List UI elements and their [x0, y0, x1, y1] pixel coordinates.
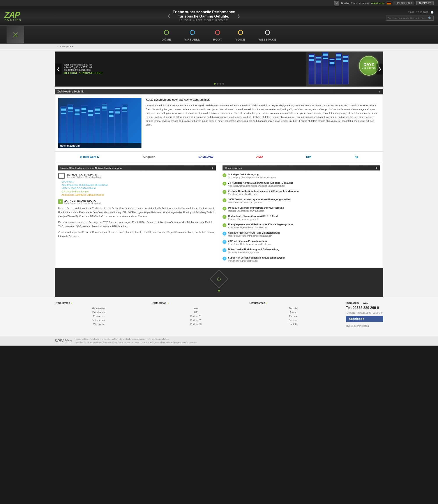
footer-phone: Tel. 02582 389 269 0: [346, 306, 383, 310]
search-input[interactable]: [388, 17, 427, 20]
footer-hours: (Montags - Freitags 12:00 - 20:00 Uhr): [346, 312, 383, 314]
featuresmap-toggle[interactable]: Featuresmap ▾: [249, 302, 337, 305]
breadcrumb-current: Hauptseite: [62, 45, 74, 48]
footer-intel[interactable]: Intel: [152, 306, 240, 310]
brand-logos: ◎ Intel Core i7 Kingston SAMSUNG AMD IBM…: [55, 152, 383, 162]
standards-header: Unsere Standardsysteme und Netzwerkverbi…: [58, 166, 216, 170]
footer-beamer[interactable]: Beamer: [249, 318, 337, 322]
spec-ram[interactable]: Arbeitsspeicher 16 GB Marken DDR3 RAM: [62, 184, 216, 186]
rack-4: [329, 58, 335, 84]
dot-1[interactable]: [214, 83, 216, 85]
footer-produktmap: Produktmap ▾ Gameserver Virtualserver Ro…: [55, 302, 143, 327]
footer-partner03[interactable]: Partner 03: [152, 322, 240, 326]
wissens-text-2: Zentrale Brandbekämpfungsanlage mit Feue…: [228, 190, 299, 196]
dot-2[interactable]: [217, 83, 219, 85]
slider-next-button[interactable]: ❯: [376, 64, 383, 75]
wissens-item-2: ✓ Zentrale Brandbekämpfungsanlage mit Fe…: [222, 190, 380, 196]
check-icon-8: ✓: [222, 240, 226, 244]
nav-games-label: Göme: [162, 38, 171, 41]
wissenswertes-header: Wissenswertes ▶: [222, 166, 380, 170]
footer-rootserver[interactable]: Rootserver: [55, 314, 143, 318]
agb-link[interactable]: AGB: [363, 302, 368, 304]
two-col-section: Unsere Standardsysteme und Netzwerkverbi…: [55, 162, 383, 268]
spec-cpu[interactable]: CPU Intel i7: [62, 180, 216, 183]
footer-gameserver[interactable]: Gameserver: [55, 306, 143, 310]
wissens-desc-6: Alle Klimaanlagen arbeiten Ausfallsicher: [228, 226, 294, 229]
wissens-text-3: 100% Ökostrom aus regenerativen Erzeugun…: [228, 198, 291, 204]
facebook-button[interactable]: facebook: [346, 316, 383, 322]
standards-arrow-icon: ▶: [212, 167, 214, 169]
spec-os[interactable]: OS Linux Debian (Lenny): [62, 190, 216, 193]
partnermap-toggle[interactable]: Partnermap ▾: [152, 302, 240, 305]
search-box: 🔍: [386, 16, 434, 21]
nav-voice-label: Voice: [235, 38, 245, 41]
settings-button[interactable]: ⚙: [334, 1, 339, 5]
big-rack-4: [81, 105, 87, 146]
spec-hdd[interactable]: HDD 2x 1000 GB SATA II Raid0: [62, 187, 216, 190]
new-user-text: Neu hier ? Jetzt kostenlos: [341, 2, 369, 4]
check-icon-9: ✓: [222, 248, 226, 252]
footer-virtualserver[interactable]: Virtualserver: [55, 310, 143, 314]
wissens-title-0: Ständiger Gebäudezugang: [228, 173, 277, 176]
footer-webspace[interactable]: Webspace: [55, 322, 143, 326]
wissenswertes-title: Wissenswertes: [225, 167, 242, 169]
wissens-text-7: Computergesteuerte Ab- und Zuluftsteueru…: [228, 231, 281, 237]
slider-left-arrow[interactable]: ❮: [167, 14, 170, 18]
nav-webspace-label: Webspace: [258, 38, 276, 41]
footer-forum[interactable]: Forum: [249, 310, 337, 314]
wissens-title-1: 24/7 Digitale Kamera außerwachung (Einga…: [228, 181, 293, 184]
search-icon[interactable]: 🔍: [428, 16, 432, 20]
home-icon: ⌂: [57, 45, 58, 48]
footer-partner02[interactable]: Partner 02: [152, 318, 240, 322]
support-button[interactable]: SUPPORT: [416, 1, 434, 5]
footer-partnermap: Partnermap ▾ Intel HP Partner 01 Partner…: [152, 302, 240, 327]
voice-cube-icon: ⬡: [236, 28, 245, 37]
nav-item-voice[interactable]: ⬡ Voice: [229, 26, 252, 43]
produktmap-toggle[interactable]: Produktmap ▾: [55, 302, 143, 305]
scroll-top-icon[interactable]: ▲: [217, 288, 221, 292]
header-right: 13:01 20.10.2012 🕐 🔍: [386, 11, 434, 21]
big-rack-5: [88, 109, 94, 146]
footer-hp[interactable]: HP: [152, 310, 240, 314]
dot-3[interactable]: [220, 83, 221, 85]
badge-title: DAYZ: [363, 62, 374, 67]
dot-4[interactable]: [222, 83, 224, 85]
login-button[interactable]: EINLOGGEN ▾: [394, 1, 414, 5]
anbindung-info: ZAP HOSTING ANBINDUNG Mehr Power durch H…: [64, 199, 101, 204]
standard-info: ZAP HOSTING STANDARD Ausschließlich nur …: [66, 173, 101, 178]
logo-area: ZAP HOSTING: [4, 10, 22, 21]
footer-partner-link[interactable]: Partner: [249, 314, 337, 318]
badge-sub: MOD SERVER: [362, 67, 376, 69]
big-rack-6: [94, 106, 100, 146]
footer-voiceserver[interactable]: Voiceserver: [55, 318, 143, 322]
wissens-desc-10: Persönliche Kundenbetreuung: [228, 259, 285, 263]
nav-item-virtual[interactable]: ⬡ Virtuell: [178, 26, 207, 43]
wissenswertes-list: ✓ Ständiger Gebäudezugang 24/7 Zugang üb…: [222, 173, 380, 263]
wissens-title-4: Modulare Unterbrechungsfreie Stromversor…: [228, 206, 284, 209]
time-display: 13:01: [408, 11, 414, 14]
flag-icon: [386, 1, 391, 5]
wissens-desc-4: Mehrere unabhängige USV Einheiten: [228, 210, 284, 213]
footer-contact: Impressum AGB Tel. 02582 389 269 0 (Mont…: [346, 302, 383, 327]
impressum-link[interactable]: Impressum: [346, 302, 359, 304]
nav-item-root[interactable]: ⬡ Root: [207, 26, 229, 43]
nav-item-webspace[interactable]: ⬡ Webspace: [252, 26, 283, 43]
standard-title: ZAP HOSTING STANDARD: [66, 173, 101, 176]
webspace-cube-icon: ⬡: [263, 28, 272, 37]
slider-prev-button[interactable]: ❮: [55, 64, 62, 75]
footer-partner01[interactable]: Partner 01: [152, 314, 240, 318]
slider-right-arrow[interactable]: ❯: [237, 14, 240, 18]
nav-item-games[interactable]: ⬡ Göme: [155, 26, 178, 43]
hp-logo: hp: [355, 155, 358, 158]
footer-technik[interactable]: Technik: [249, 306, 337, 310]
slider-image: DAYZ MOD SERVER: [307, 52, 383, 87]
wissens-text-5: Redundante Stromführung (A+B+C+D Feed) E…: [228, 215, 279, 221]
wissenswertes-arrow-icon: ▶: [376, 167, 378, 169]
check-icon-0: ✓: [222, 173, 226, 177]
footer-kontakt[interactable]: Kontakt: [249, 322, 337, 326]
games-cube-icon: ⬡: [162, 28, 171, 37]
slider-highlight: OFFICIAL & PRIVATE HIVE.: [64, 71, 298, 75]
register-link[interactable]: registrieren: [371, 2, 384, 4]
spec-anbindung[interactable]: Anbindung: 1000MBit FullDuplex Uplink: [62, 193, 216, 196]
very-bottom-bar: DREAMco Logogestaltung, Webdesign und Fa…: [0, 336, 438, 346]
